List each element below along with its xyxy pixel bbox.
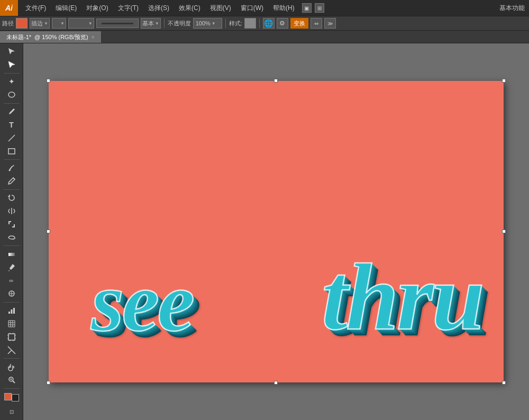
tool-sep7 <box>4 358 20 359</box>
pen-tool-btn[interactable] <box>2 105 21 117</box>
fill-stroke-btn[interactable] <box>2 391 21 405</box>
line-tool-btn[interactable] <box>2 132 21 144</box>
tab-name: 未标题-1* <box>6 33 31 41</box>
tab-info: @ 150% (RGB/预览) <box>34 33 88 41</box>
blend-tool-btn[interactable]: ∞ <box>2 275 21 287</box>
screen-mode-btn[interactable]: ⊡ <box>2 406 21 418</box>
lasso-tool-btn[interactable] <box>2 89 21 101</box>
menu-text[interactable]: 文字(T) <box>114 3 143 14</box>
fill-color[interactable] <box>16 18 28 29</box>
transform-extra-btn[interactable]: ⇔ <box>311 18 322 29</box>
style-label: 样式: <box>229 20 242 28</box>
menu-bar: 文件(F) 编辑(E) 对象(O) 文字(T) 选择(S) 效果(C) 视图(V… <box>18 0 499 16</box>
pencil-tool-btn[interactable] <box>2 175 21 187</box>
paintbrush-tool-btn[interactable] <box>2 162 21 174</box>
tool-sep4 <box>4 189 20 190</box>
tab-close-icon[interactable]: × <box>92 34 95 40</box>
svg-line-1 <box>8 135 15 141</box>
document-tab[interactable]: 未标题-1* @ 150% (RGB/预览) × <box>0 31 102 43</box>
stroke-arrow-icon: ▼ <box>44 21 48 26</box>
rotate-tool-btn[interactable] <box>2 192 21 204</box>
eyedropper-tool-btn[interactable] <box>2 261 21 273</box>
settings-btn[interactable]: ⚙ <box>277 18 288 29</box>
shadow-reflection: see thru <box>80 143 444 216</box>
artboard: see thru see thru <box>49 81 504 382</box>
stroke-type-dropdown[interactable]: 基本 ▼ <box>141 18 161 29</box>
title-right: 基本功能 <box>499 4 529 13</box>
handle-br[interactable] <box>502 381 506 385</box>
see-word-text: see <box>91 253 193 351</box>
handle-tl[interactable] <box>47 79 50 83</box>
hand-tool-btn[interactable] <box>2 361 21 373</box>
handle-bm[interactable] <box>274 381 278 385</box>
tab-bar: 未标题-1* @ 150% (RGB/预览) × <box>0 31 529 43</box>
menu-file[interactable]: 文件(F) <box>21 3 50 14</box>
tool-sep8 <box>4 388 20 389</box>
toolbar: 路径 描边 ▼ ▼ ▼ 基本 ▼ 不透明度 100% ▼ 样式: 🌐 ⚙ 变换 … <box>0 16 529 31</box>
tool-sep1 <box>4 73 20 74</box>
opacity-control: 100% ▼ <box>193 18 222 29</box>
menu-effect[interactable]: 效果(C) <box>175 3 205 14</box>
magic-wand-tool-btn[interactable]: ✦ <box>2 76 21 88</box>
stroke-style-arrow-icon: ▼ <box>60 21 65 26</box>
fill-type-arrow-icon: ▼ <box>88 21 93 26</box>
thru-word-text: thru <box>322 242 482 352</box>
handle-tm[interactable] <box>274 79 278 83</box>
selection-tool-btn[interactable] <box>2 45 21 58</box>
symbol-tool-btn[interactable] <box>2 288 21 300</box>
arrange-icon: ⊞ <box>315 3 324 13</box>
stroke-style-dropdown[interactable]: ▼ <box>52 18 66 29</box>
tool-sep2 <box>4 103 20 104</box>
svg-rect-8 <box>13 308 15 314</box>
path-label: 路径 <box>2 20 14 28</box>
globe-btn[interactable]: 🌐 <box>263 18 275 29</box>
column-graph-tool-btn[interactable] <box>2 305 21 317</box>
scale-tool-btn[interactable] <box>2 218 21 230</box>
warp-tool-btn[interactable] <box>2 231 21 243</box>
fill-type-dropdown[interactable]: ▼ <box>68 18 94 29</box>
menu-edit[interactable]: 编辑(E) <box>51 3 81 14</box>
fill-type-label <box>70 20 87 28</box>
style-color-btn[interactable] <box>244 18 256 29</box>
slice-tool-btn[interactable] <box>2 344 21 356</box>
menu-help[interactable]: 帮助(H) <box>269 3 299 14</box>
title-bar: Ai 文件(F) 编辑(E) 对象(O) 文字(T) 选择(S) 效果(C) 视… <box>0 0 529 16</box>
type-tool-btn[interactable]: T <box>2 118 21 131</box>
opacity-value: 100% <box>196 20 211 26</box>
mesh-tool-btn[interactable] <box>2 317 21 330</box>
canvas-area[interactable]: see thru see thru <box>23 43 529 420</box>
stroke-line <box>102 23 133 24</box>
handle-bl[interactable] <box>47 381 50 385</box>
tool-sep5 <box>4 245 20 246</box>
artboard-tool-btn[interactable] <box>2 331 21 343</box>
menu-view[interactable]: 视图(V) <box>206 3 235 14</box>
opacity-input[interactable]: 100% ▼ <box>193 18 222 29</box>
handle-lm[interactable] <box>47 230 50 233</box>
gradient-tool-btn[interactable] <box>2 248 21 260</box>
ai-logo: Ai <box>0 0 18 16</box>
more-btn[interactable]: ≫ <box>324 18 336 29</box>
tool-sep3 <box>4 159 20 160</box>
text-see: see <box>91 253 193 351</box>
menu-select[interactable]: 选择(S) <box>144 3 174 14</box>
stroke-type-arrow-icon: ▼ <box>155 21 159 26</box>
workspace: ✦ T <box>0 43 529 420</box>
handle-rm[interactable] <box>502 230 506 233</box>
svg-point-0 <box>8 92 15 97</box>
rect-tool-btn[interactable] <box>2 145 21 157</box>
mirror-tool-btn[interactable] <box>2 205 21 217</box>
svg-point-3 <box>8 170 10 171</box>
left-toolbar: ✦ T <box>0 43 23 420</box>
menu-window[interactable]: 窗口(W) <box>236 3 268 14</box>
svg-rect-7 <box>11 309 12 314</box>
opacity-arrow-icon: ▼ <box>212 21 216 26</box>
stroke-dropdown[interactable]: 描边 ▼ <box>30 18 50 29</box>
svg-rect-2 <box>8 149 15 154</box>
transform-button[interactable]: 变换 <box>290 18 308 29</box>
window-icon: ▣ <box>302 3 312 13</box>
menu-object[interactable]: 对象(O) <box>82 3 112 14</box>
handle-tr[interactable] <box>502 79 506 83</box>
zoom-tool-btn[interactable] <box>2 374 21 386</box>
direct-selection-tool-btn[interactable] <box>2 59 21 71</box>
text-thru: thru <box>322 242 482 352</box>
